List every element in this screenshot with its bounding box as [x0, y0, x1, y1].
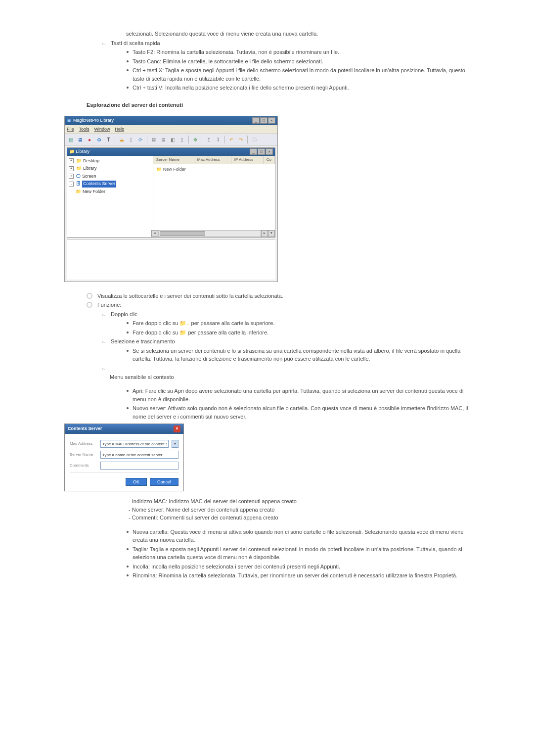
- doppio-clic-heading: Doppio clic: [111, 310, 470, 319]
- document-page: selezionati. Selezionando questa voce di…: [64, 30, 470, 580]
- tree-desktop[interactable]: Desktop: [83, 158, 99, 165]
- arrow-icon: ⌙: [102, 338, 106, 345]
- list-new-folder[interactable]: New Folder: [163, 166, 186, 173]
- ring-icon: [87, 293, 92, 299]
- sub-close-button[interactable]: ×: [266, 148, 273, 155]
- scrollbar[interactable]: [158, 230, 261, 237]
- toolbar-icon[interactable]: T: [104, 136, 112, 143]
- toolbar-icon[interactable]: 🖥: [76, 136, 84, 143]
- toolbar-icon[interactable]: ▯: [127, 136, 135, 143]
- desc-funzione: Funzione:: [97, 301, 470, 309]
- tree-screen[interactable]: Screen: [82, 173, 96, 180]
- library-subwindow: 📁 Library _ □ × +📁Desktop +📁Library +🖵Sc…: [67, 147, 275, 237]
- mac-label: Mac Address: [70, 441, 97, 447]
- dropdown-icon[interactable]: ▼: [172, 440, 178, 448]
- window-titlebar[interactable]: ▣ MagicNetPro Library _ □ ×: [65, 116, 277, 125]
- folder-icon: 📁: [76, 158, 82, 165]
- scroll-left-button[interactable]: ◂: [151, 230, 158, 237]
- folder-icon: 📁: [69, 149, 75, 154]
- dbl-up: Fare doppio clic su 📁.. per passare alla…: [133, 319, 470, 328]
- toolbar-icon[interactable]: ✥: [191, 136, 199, 143]
- toolbar-icon[interactable]: ▯: [178, 136, 186, 143]
- preview-pane: [67, 239, 275, 280]
- toolbar-icon[interactable]: ●: [86, 136, 93, 143]
- server-icon: 🗄: [76, 181, 81, 188]
- comments-field[interactable]: [100, 462, 178, 470]
- ctx-apri: Apri: Fare clic su Apri dopo avere selez…: [133, 387, 470, 403]
- col-ip-address[interactable]: IP Address: [231, 156, 264, 164]
- folder-up-icon: 📁..: [179, 320, 189, 326]
- menu-file[interactable]: File: [67, 126, 74, 133]
- folder-icon: 📁: [76, 165, 82, 172]
- section-title: Esplorazione del server dei contenuti: [87, 101, 470, 109]
- app-title: MagicNetPro Library: [73, 117, 114, 124]
- tree-library[interactable]: Library: [83, 165, 97, 172]
- undo-icon[interactable]: ↶: [227, 136, 235, 143]
- menu-help[interactable]: Help: [115, 126, 125, 133]
- contents-server-dialog: Contents Server × Mac Address ▼ Server N…: [64, 424, 184, 491]
- shortcut-heading: Tasti di scelta rapida: [111, 39, 470, 47]
- app-icon: ▣: [67, 117, 71, 124]
- menu-tools[interactable]: Tools: [79, 126, 89, 133]
- tree-new-folder[interactable]: New Folder: [83, 189, 105, 195]
- folder-icon: 📁: [179, 330, 186, 335]
- intro-continuation: selezionati. Selezionando questa voce di…: [126, 30, 470, 38]
- desc-visualizza: Visualizza le sottocartelle e i server d…: [97, 292, 470, 300]
- shortcut-del: Tasto Canc: Elimina le cartelle, le sott…: [133, 57, 470, 66]
- subwindow-title: Library: [76, 149, 90, 154]
- server-name-field[interactable]: [100, 451, 178, 459]
- list-pane[interactable]: Server Name Mac Address IP Address Co 📁N…: [153, 156, 275, 230]
- cancel-button[interactable]: Cancel: [150, 478, 178, 486]
- toolbar-icon[interactable]: 🖥: [159, 136, 167, 143]
- maximize-button[interactable]: □: [260, 117, 267, 124]
- dialog-title: Contents Server: [68, 425, 102, 432]
- toolbar-icon[interactable]: ⚙: [95, 136, 103, 143]
- scroll-down-button[interactable]: ▾: [268, 230, 275, 237]
- minimize-button[interactable]: _: [252, 117, 260, 124]
- toolbar-icon[interactable]: ⛰: [118, 136, 126, 143]
- redo-icon[interactable]: ↷: [237, 136, 245, 143]
- col-mac-address[interactable]: Mac Address: [194, 156, 231, 164]
- col-co[interactable]: Co: [264, 156, 275, 164]
- toolbar-icon[interactable]: ▤: [67, 136, 75, 143]
- ctx-nuovo-server: Nuovo server: Attivato solo quando non è…: [133, 404, 470, 421]
- arrow-icon: ⌙: [102, 40, 106, 47]
- server-name-label: Server Name: [70, 452, 97, 458]
- sub-maximize-button[interactable]: □: [258, 148, 265, 155]
- toolbar-icon[interactable]: ⟳: [136, 136, 144, 143]
- dialog-close-button[interactable]: ×: [174, 425, 180, 432]
- toolbar-icon[interactable]: ↥: [205, 136, 213, 143]
- col-server-name[interactable]: Server Name: [153, 156, 194, 164]
- info-icon[interactable]: ⓘ: [250, 136, 258, 143]
- scroll-right-button[interactable]: ▸: [261, 230, 268, 237]
- toolbar-icon[interactable]: ◧: [169, 136, 177, 143]
- mac-field[interactable]: [100, 440, 169, 448]
- tree-contents-server[interactable]: Contents Server: [82, 181, 116, 188]
- toolbar: ▤ 🖥 ● ⚙ T ⛰ ▯ ⟳ 🖥 🖥 ◧ ▯ ✥ ↥ ↧ ↶ ↷ ⓘ: [65, 134, 277, 145]
- folder-icon: 📁: [156, 166, 162, 173]
- toolbar-icon[interactable]: 🖥: [150, 136, 158, 143]
- shortcut-ctrlv: Ctrl + tasti V: Incolla nella posizione …: [133, 84, 470, 92]
- library-window: ▣ MagicNetPro Library _ □ × File Tools W…: [64, 116, 278, 282]
- ok-button[interactable]: OK: [126, 478, 147, 486]
- context-menu-heading: Menu sensibile al contesto: [110, 374, 174, 380]
- dbl-down: Fare doppio clic su 📁 per passare alla c…: [133, 329, 470, 337]
- shortcut-f2: Tasto F2: Rinomina la cartella seleziona…: [133, 48, 470, 56]
- arrow-icon: ⌙: [102, 311, 106, 318]
- selezione-heading: Selezione e trascinamento: [111, 337, 470, 346]
- folder-icon: 📁: [76, 189, 81, 195]
- def-mac: - Indirizzo MAC: Indirizzo MAC del serve…: [129, 497, 470, 506]
- ring-icon: [87, 302, 92, 308]
- menubar: File Tools Window Help: [65, 125, 277, 135]
- menu-window[interactable]: Window: [94, 126, 110, 133]
- comments-label: Comments: [70, 463, 97, 469]
- close-button[interactable]: ×: [268, 117, 275, 124]
- toolbar-icon[interactable]: ↧: [214, 136, 222, 143]
- arrow-icon: ⌙: [102, 365, 106, 372]
- ctx-rinomina: Rinomina: Rinomina la cartella seleziona…: [133, 571, 470, 580]
- shortcut-ctrlx: Ctrl + tasti X: Taglia e sposta negli Ap…: [133, 66, 470, 83]
- ctx-incolla: Incolla: Incolla nella posizione selezio…: [133, 563, 470, 571]
- selezione-desc: Se si seleziona un server dei contenuti …: [133, 347, 470, 363]
- tree-pane[interactable]: +📁Desktop +📁Library +🖵Screen -🗄Contents …: [67, 156, 153, 230]
- sub-minimize-button[interactable]: _: [250, 148, 257, 155]
